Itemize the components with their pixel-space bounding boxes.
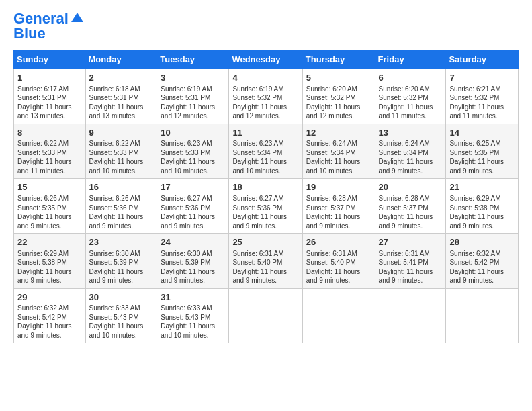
calendar-cell: 26Sunrise: 6:31 AM Sunset: 5:40 PM Dayli…	[302, 234, 375, 289]
header: General Blue	[13, 11, 519, 42]
day-info: Sunrise: 6:20 AM Sunset: 5:32 PM Dayligh…	[306, 85, 371, 121]
calendar-cell: 25Sunrise: 6:31 AM Sunset: 5:40 PM Dayli…	[229, 234, 302, 289]
day-info: Sunrise: 6:33 AM Sunset: 5:43 PM Dayligh…	[161, 304, 225, 340]
day-number: 26	[306, 236, 371, 248]
calendar-cell: 24Sunrise: 6:30 AM Sunset: 5:39 PM Dayli…	[157, 234, 229, 289]
day-number: 4	[232, 72, 298, 84]
week-row-2: 8Sunrise: 6:22 AM Sunset: 5:33 PM Daylig…	[14, 124, 519, 179]
calendar-cell: 7Sunrise: 6:21 AM Sunset: 5:32 PM Daylig…	[446, 69, 519, 124]
calendar-cell: 31Sunrise: 6:33 AM Sunset: 5:43 PM Dayli…	[157, 288, 229, 343]
calendar-cell: 16Sunrise: 6:26 AM Sunset: 5:36 PM Dayli…	[85, 179, 157, 234]
day-info: Sunrise: 6:30 AM Sunset: 5:39 PM Dayligh…	[89, 249, 154, 285]
calendar-cell: 2Sunrise: 6:18 AM Sunset: 5:31 PM Daylig…	[85, 69, 157, 124]
day-info: Sunrise: 6:29 AM Sunset: 5:38 PM Dayligh…	[17, 249, 82, 285]
week-row-4: 22Sunrise: 6:29 AM Sunset: 5:38 PM Dayli…	[14, 234, 519, 289]
day-number: 13	[379, 127, 443, 139]
day-number: 27	[379, 236, 443, 248]
day-info: Sunrise: 6:29 AM Sunset: 5:38 PM Dayligh…	[449, 194, 515, 230]
calendar-header-row: SundayMondayTuesdayWednesdayThursdayFrid…	[14, 50, 519, 69]
day-number: 29	[17, 291, 82, 304]
calendar-cell: 10Sunrise: 6:23 AM Sunset: 5:33 PM Dayli…	[157, 124, 229, 179]
calendar-cell	[302, 288, 375, 343]
day-number: 10	[161, 127, 225, 139]
header-wednesday: Wednesday	[229, 50, 302, 69]
day-number: 20	[379, 181, 443, 193]
day-info: Sunrise: 6:27 AM Sunset: 5:36 PM Dayligh…	[232, 194, 298, 230]
day-number: 5	[306, 72, 371, 84]
day-info: Sunrise: 6:22 AM Sunset: 5:33 PM Dayligh…	[89, 139, 154, 175]
day-number: 7	[449, 72, 515, 84]
day-info: Sunrise: 6:23 AM Sunset: 5:34 PM Dayligh…	[232, 139, 298, 175]
day-info: Sunrise: 6:24 AM Sunset: 5:34 PM Dayligh…	[306, 139, 371, 175]
day-info: Sunrise: 6:25 AM Sunset: 5:35 PM Dayligh…	[449, 139, 515, 175]
logo: General Blue	[13, 11, 85, 42]
calendar-cell: 1Sunrise: 6:17 AM Sunset: 5:31 PM Daylig…	[14, 69, 86, 124]
day-info: Sunrise: 6:24 AM Sunset: 5:34 PM Dayligh…	[379, 139, 443, 175]
day-info: Sunrise: 6:26 AM Sunset: 5:36 PM Dayligh…	[89, 194, 154, 230]
day-info: Sunrise: 6:31 AM Sunset: 5:40 PM Dayligh…	[232, 249, 298, 285]
day-number: 19	[306, 181, 371, 193]
calendar-cell: 14Sunrise: 6:25 AM Sunset: 5:35 PM Dayli…	[446, 124, 519, 179]
day-number: 12	[306, 127, 371, 139]
header-tuesday: Tuesday	[157, 50, 229, 69]
calendar-cell: 27Sunrise: 6:31 AM Sunset: 5:41 PM Dayli…	[375, 234, 446, 289]
day-info: Sunrise: 6:28 AM Sunset: 5:37 PM Dayligh…	[379, 194, 443, 230]
calendar-cell: 4Sunrise: 6:19 AM Sunset: 5:32 PM Daylig…	[229, 69, 302, 124]
calendar-cell: 17Sunrise: 6:27 AM Sunset: 5:36 PM Dayli…	[157, 179, 229, 234]
day-number: 25	[232, 236, 298, 248]
day-number: 21	[449, 181, 515, 193]
calendar-cell	[375, 288, 446, 343]
day-number: 30	[89, 291, 154, 304]
calendar-cell: 12Sunrise: 6:24 AM Sunset: 5:34 PM Dayli…	[302, 124, 375, 179]
day-info: Sunrise: 6:21 AM Sunset: 5:32 PM Dayligh…	[449, 85, 515, 121]
day-number: 15	[17, 181, 82, 193]
calendar-cell: 29Sunrise: 6:32 AM Sunset: 5:42 PM Dayli…	[14, 288, 86, 343]
week-row-5: 29Sunrise: 6:32 AM Sunset: 5:42 PM Dayli…	[14, 288, 519, 343]
day-number: 23	[89, 236, 154, 248]
calendar-cell	[229, 288, 302, 343]
calendar-cell	[446, 288, 519, 343]
day-info: Sunrise: 6:19 AM Sunset: 5:31 PM Dayligh…	[161, 85, 225, 121]
calendar-cell: 18Sunrise: 6:27 AM Sunset: 5:36 PM Dayli…	[229, 179, 302, 234]
header-saturday: Saturday	[446, 50, 519, 69]
header-thursday: Thursday	[302, 50, 375, 69]
header-friday: Friday	[375, 50, 446, 69]
week-row-1: 1Sunrise: 6:17 AM Sunset: 5:31 PM Daylig…	[14, 69, 519, 124]
calendar-cell: 30Sunrise: 6:33 AM Sunset: 5:43 PM Dayli…	[85, 288, 157, 343]
day-info: Sunrise: 6:27 AM Sunset: 5:36 PM Dayligh…	[161, 194, 225, 230]
day-number: 28	[449, 236, 515, 248]
day-info: Sunrise: 6:31 AM Sunset: 5:41 PM Dayligh…	[379, 249, 443, 285]
day-info: Sunrise: 6:19 AM Sunset: 5:32 PM Dayligh…	[232, 85, 298, 121]
day-info: Sunrise: 6:20 AM Sunset: 5:32 PM Dayligh…	[379, 85, 443, 121]
day-number: 11	[232, 127, 298, 139]
calendar-cell: 19Sunrise: 6:28 AM Sunset: 5:37 PM Dayli…	[302, 179, 375, 234]
day-info: Sunrise: 6:31 AM Sunset: 5:40 PM Dayligh…	[306, 249, 371, 285]
day-info: Sunrise: 6:17 AM Sunset: 5:31 PM Dayligh…	[17, 85, 82, 121]
calendar-cell: 9Sunrise: 6:22 AM Sunset: 5:33 PM Daylig…	[85, 124, 157, 179]
calendar-table: SundayMondayTuesdayWednesdayThursdayFrid…	[13, 50, 519, 343]
day-info: Sunrise: 6:33 AM Sunset: 5:43 PM Dayligh…	[89, 304, 154, 340]
calendar-cell: 6Sunrise: 6:20 AM Sunset: 5:32 PM Daylig…	[375, 69, 446, 124]
day-number: 22	[17, 236, 82, 248]
calendar-cell: 28Sunrise: 6:32 AM Sunset: 5:42 PM Dayli…	[446, 234, 519, 289]
day-number: 24	[161, 236, 225, 248]
week-row-3: 15Sunrise: 6:26 AM Sunset: 5:35 PM Dayli…	[14, 179, 519, 234]
calendar-cell: 15Sunrise: 6:26 AM Sunset: 5:35 PM Dayli…	[14, 179, 86, 234]
day-info: Sunrise: 6:26 AM Sunset: 5:35 PM Dayligh…	[17, 194, 82, 230]
calendar-cell: 21Sunrise: 6:29 AM Sunset: 5:38 PM Dayli…	[446, 179, 519, 234]
calendar-cell: 3Sunrise: 6:19 AM Sunset: 5:31 PM Daylig…	[157, 69, 229, 124]
day-info: Sunrise: 6:30 AM Sunset: 5:39 PM Dayligh…	[161, 249, 225, 285]
page-container: General Blue SundayMondayTuesdayWednesda…	[0, 0, 532, 350]
day-number: 14	[449, 127, 515, 139]
day-number: 17	[161, 181, 225, 193]
day-number: 31	[161, 291, 225, 304]
calendar-cell: 5Sunrise: 6:20 AM Sunset: 5:32 PM Daylig…	[302, 69, 375, 124]
header-sunday: Sunday	[14, 50, 86, 69]
day-number: 3	[161, 72, 225, 84]
day-number: 18	[232, 181, 298, 193]
calendar-cell: 20Sunrise: 6:28 AM Sunset: 5:37 PM Dayli…	[375, 179, 446, 234]
day-info: Sunrise: 6:28 AM Sunset: 5:37 PM Dayligh…	[306, 194, 371, 230]
day-info: Sunrise: 6:22 AM Sunset: 5:33 PM Dayligh…	[17, 139, 82, 175]
calendar-cell: 13Sunrise: 6:24 AM Sunset: 5:34 PM Dayli…	[375, 124, 446, 179]
day-number: 1	[17, 72, 82, 84]
